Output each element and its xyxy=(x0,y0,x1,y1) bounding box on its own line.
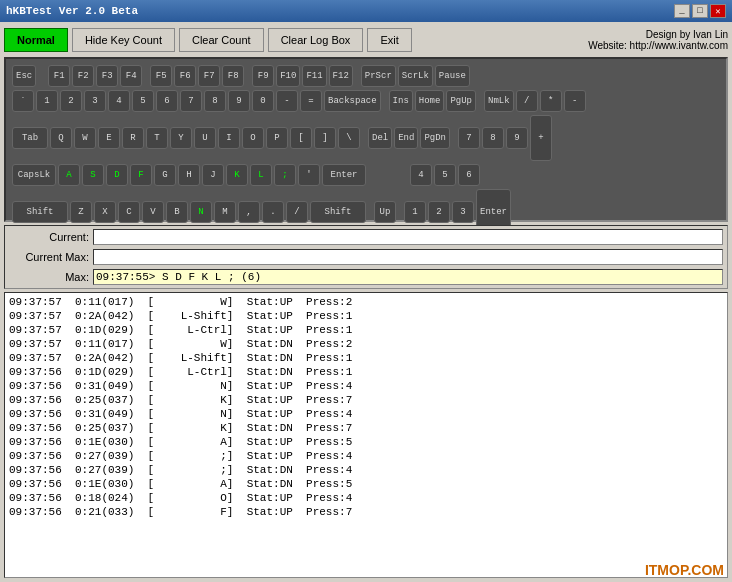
current-max-input[interactable] xyxy=(93,249,723,265)
key-up[interactable]: Up xyxy=(374,201,396,223)
key-rshift[interactable]: Shift xyxy=(310,201,366,223)
key-f3[interactable]: F3 xyxy=(96,65,118,87)
key-q[interactable]: Q xyxy=(50,127,72,149)
clear-count-button[interactable]: Clear Count xyxy=(179,28,264,52)
key-f8[interactable]: F8 xyxy=(222,65,244,87)
key-w[interactable]: W xyxy=(74,127,96,149)
key-y[interactable]: Y xyxy=(170,127,192,149)
key-numplus[interactable]: + xyxy=(530,115,552,161)
key-numminus[interactable]: - xyxy=(564,90,586,112)
key-capslk[interactable]: CapsLk xyxy=(12,164,56,186)
key-scrlk[interactable]: ScrLk xyxy=(398,65,433,87)
key-i[interactable]: I xyxy=(218,127,240,149)
key-r[interactable]: R xyxy=(122,127,144,149)
key-0[interactable]: 0 xyxy=(252,90,274,112)
key-minus[interactable]: - xyxy=(276,90,298,112)
key-f7[interactable]: F7 xyxy=(198,65,220,87)
key-period[interactable]: . xyxy=(262,201,284,223)
key-num1[interactable]: 1 xyxy=(404,201,426,223)
key-a[interactable]: A xyxy=(58,164,80,186)
key-numstar[interactable]: * xyxy=(540,90,562,112)
key-u[interactable]: U xyxy=(194,127,216,149)
key-num3[interactable]: 3 xyxy=(452,201,474,223)
key-d[interactable]: D xyxy=(106,164,128,186)
key-p[interactable]: P xyxy=(266,127,288,149)
key-num8[interactable]: 8 xyxy=(482,127,504,149)
key-num5[interactable]: 5 xyxy=(434,164,456,186)
key-f11[interactable]: F11 xyxy=(302,65,326,87)
key-3[interactable]: 3 xyxy=(84,90,106,112)
minimize-button[interactable]: _ xyxy=(674,4,690,18)
key-8[interactable]: 8 xyxy=(204,90,226,112)
key-del[interactable]: Del xyxy=(368,127,392,149)
key-backslash[interactable]: \ xyxy=(338,127,360,149)
key-b[interactable]: B xyxy=(166,201,188,223)
key-m[interactable]: M xyxy=(214,201,236,223)
key-v[interactable]: V xyxy=(142,201,164,223)
key-numslash[interactable]: / xyxy=(516,90,538,112)
exit-button[interactable]: Exit xyxy=(367,28,411,52)
key-f4[interactable]: F4 xyxy=(120,65,142,87)
current-input[interactable] xyxy=(93,229,723,245)
key-e[interactable]: E xyxy=(98,127,120,149)
key-f9[interactable]: F9 xyxy=(252,65,274,87)
key-backtick[interactable]: ` xyxy=(12,90,34,112)
key-f[interactable]: F xyxy=(130,164,152,186)
key-f6[interactable]: F6 xyxy=(174,65,196,87)
key-t[interactable]: T xyxy=(146,127,168,149)
key-f10[interactable]: F10 xyxy=(276,65,300,87)
key-h[interactable]: H xyxy=(178,164,200,186)
key-num4[interactable]: 4 xyxy=(410,164,432,186)
key-backspace[interactable]: Backspace xyxy=(324,90,381,112)
key-g[interactable]: G xyxy=(154,164,176,186)
hide-key-count-button[interactable]: Hide Key Count xyxy=(72,28,175,52)
key-x[interactable]: X xyxy=(94,201,116,223)
key-ins[interactable]: Ins xyxy=(389,90,413,112)
key-7[interactable]: 7 xyxy=(180,90,202,112)
clear-log-box-button[interactable]: Clear Log Box xyxy=(268,28,364,52)
key-pause[interactable]: Pause xyxy=(435,65,470,87)
key-prtscr[interactable]: PrScr xyxy=(361,65,396,87)
key-5[interactable]: 5 xyxy=(132,90,154,112)
key-j[interactable]: J xyxy=(202,164,224,186)
key-end[interactable]: End xyxy=(394,127,418,149)
key-num2[interactable]: 2 xyxy=(428,201,450,223)
key-lshift[interactable]: Shift xyxy=(12,201,68,223)
key-s[interactable]: S xyxy=(82,164,104,186)
key-n[interactable]: N xyxy=(190,201,212,223)
key-o[interactable]: O xyxy=(242,127,264,149)
key-tab[interactable]: Tab xyxy=(12,127,48,149)
key-pgdn[interactable]: PgDn xyxy=(420,127,450,149)
key-1[interactable]: 1 xyxy=(36,90,58,112)
key-rbracket[interactable]: ] xyxy=(314,127,336,149)
key-f5[interactable]: F5 xyxy=(150,65,172,87)
key-4[interactable]: 4 xyxy=(108,90,130,112)
key-f2[interactable]: F2 xyxy=(72,65,94,87)
key-6[interactable]: 6 xyxy=(156,90,178,112)
log-area[interactable]: 09:37:57 0:11(017) [ W] Stat:UP Press:20… xyxy=(4,292,728,578)
key-num6[interactable]: 6 xyxy=(458,164,480,186)
key-semicolon[interactable]: ; xyxy=(274,164,296,186)
key-home[interactable]: Home xyxy=(415,90,445,112)
key-num9[interactable]: 9 xyxy=(506,127,528,149)
key-9[interactable]: 9 xyxy=(228,90,250,112)
key-num7[interactable]: 7 xyxy=(458,127,480,149)
normal-button[interactable]: Normal xyxy=(4,28,68,52)
key-enter[interactable]: Enter xyxy=(322,164,366,186)
key-numlk[interactable]: NmLk xyxy=(484,90,514,112)
key-lbracket[interactable]: [ xyxy=(290,127,312,149)
key-slash[interactable]: / xyxy=(286,201,308,223)
key-z[interactable]: Z xyxy=(70,201,92,223)
key-quote[interactable]: ' xyxy=(298,164,320,186)
key-2[interactable]: 2 xyxy=(60,90,82,112)
key-equals[interactable]: = xyxy=(300,90,322,112)
key-f1[interactable]: F1 xyxy=(48,65,70,87)
maximize-button[interactable]: □ xyxy=(692,4,708,18)
key-f12[interactable]: F12 xyxy=(329,65,353,87)
key-c[interactable]: C xyxy=(118,201,140,223)
close-button[interactable]: ✕ xyxy=(710,4,726,18)
key-pgup[interactable]: PgUp xyxy=(446,90,476,112)
key-l[interactable]: L xyxy=(250,164,272,186)
key-k[interactable]: K xyxy=(226,164,248,186)
key-esc[interactable]: Esc xyxy=(12,65,36,87)
